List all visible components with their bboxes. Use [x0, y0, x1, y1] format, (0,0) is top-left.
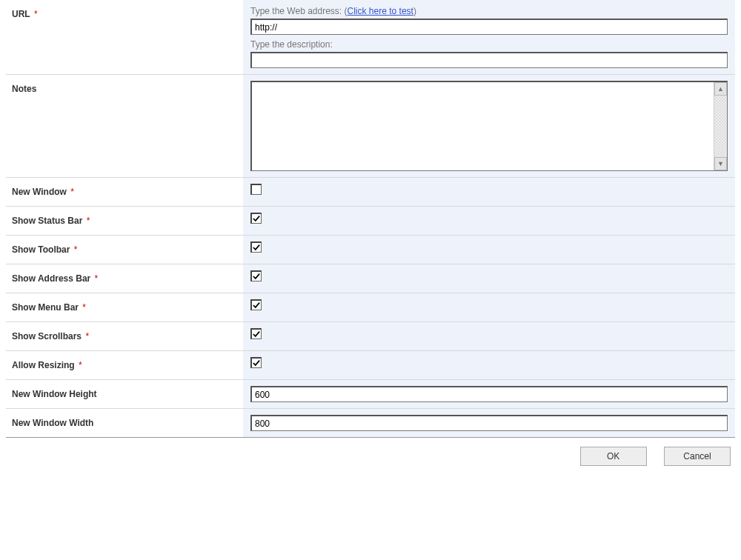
- url-hint-suffix: ): [413, 6, 416, 16]
- row-show-scrollbars: Show Scrollbars *: [6, 322, 735, 351]
- button-bar: OK Cancel: [6, 438, 735, 466]
- required-marker: *: [70, 187, 74, 197]
- row-url: URL * Type the Web address: (Click here …: [6, 0, 735, 75]
- label-show-menu-bar: Show Menu Bar: [12, 302, 79, 313]
- row-show-address-bar: Show Address Bar *: [6, 264, 735, 293]
- label-url: URL: [12, 9, 30, 19]
- label-new-window-width: New Window Width: [12, 418, 93, 428]
- row-new-window-height: New Window Height: [6, 380, 735, 409]
- required-marker: *: [85, 331, 89, 341]
- url-description-input[interactable]: [250, 52, 728, 68]
- required-marker: *: [82, 302, 86, 313]
- notes-textarea-wrap: ▲ ▼: [250, 81, 728, 171]
- ok-button[interactable]: OK: [580, 447, 647, 466]
- label-new-window: New Window: [12, 187, 67, 197]
- url-desc-hint: Type the description:: [250, 39, 728, 50]
- form-container: URL * Type the Web address: (Click here …: [0, 0, 741, 466]
- label-show-status-bar: Show Status Bar: [12, 216, 82, 226]
- row-notes: Notes ▲ ▼: [6, 75, 735, 178]
- checkbox-allow-resizing[interactable]: [250, 357, 262, 368]
- label-new-window-height: New Window Height: [12, 389, 97, 399]
- form-table: URL * Type the Web address: (Click here …: [6, 0, 735, 438]
- row-show-status-bar: Show Status Bar *: [6, 207, 735, 236]
- checkbox-show-address-bar[interactable]: [250, 270, 262, 281]
- notes-textarea[interactable]: [252, 82, 712, 170]
- scrollbar[interactable]: ▲ ▼: [714, 82, 727, 170]
- row-new-window: New Window *: [6, 178, 735, 207]
- test-link[interactable]: Click here to test: [348, 6, 413, 16]
- row-allow-resizing: Allow Resizing *: [6, 351, 735, 380]
- label-show-toolbar: Show Toolbar: [12, 244, 70, 255]
- checkbox-new-window[interactable]: [250, 184, 262, 195]
- scroll-down-icon[interactable]: ▼: [714, 157, 727, 170]
- required-marker: *: [74, 244, 78, 255]
- required-marker: *: [87, 216, 90, 226]
- checkbox-show-menu-bar[interactable]: [250, 299, 262, 310]
- new-window-width-input[interactable]: [250, 415, 728, 431]
- required-marker: *: [34, 9, 38, 19]
- scroll-up-icon[interactable]: ▲: [714, 82, 727, 96]
- required-marker: *: [95, 273, 99, 284]
- checkbox-show-toolbar[interactable]: [250, 241, 262, 253]
- label-show-address-bar: Show Address Bar: [12, 273, 90, 284]
- label-allow-resizing: Allow Resizing: [12, 360, 75, 370]
- url-input[interactable]: [250, 19, 728, 35]
- cancel-button[interactable]: Cancel: [664, 447, 731, 466]
- url-hint: Type the Web address: (Click here to tes…: [250, 6, 728, 16]
- row-new-window-width: New Window Width: [6, 409, 735, 438]
- checkbox-show-status-bar[interactable]: [250, 213, 262, 224]
- checkbox-show-scrollbars[interactable]: [250, 328, 262, 339]
- label-show-scrollbars: Show Scrollbars: [12, 331, 82, 341]
- label-notes: Notes: [12, 84, 36, 94]
- required-marker: *: [79, 360, 82, 370]
- url-hint-prefix: Type the Web address: (: [250, 6, 348, 16]
- row-show-menu-bar: Show Menu Bar *: [6, 293, 735, 322]
- row-show-toolbar: Show Toolbar *: [6, 236, 735, 264]
- new-window-height-input[interactable]: [250, 386, 728, 402]
